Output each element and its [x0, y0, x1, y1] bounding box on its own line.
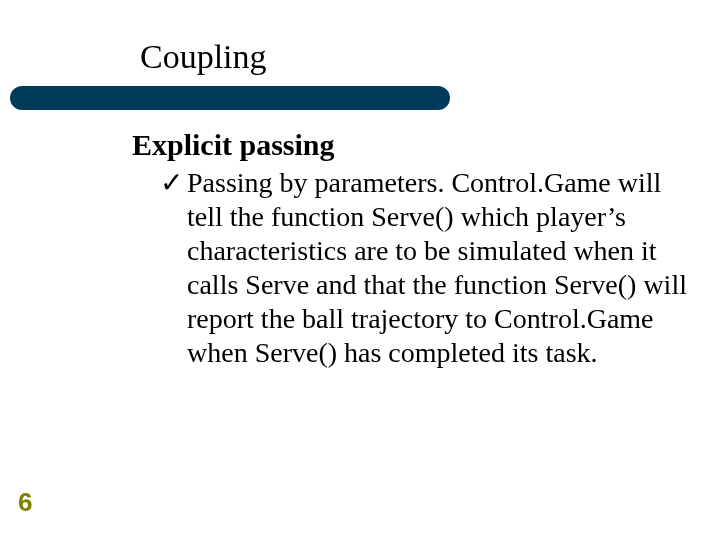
slide-title: Coupling: [140, 38, 267, 76]
bullet-item: ✓ Passing by parameters. Control.Game wi…: [132, 166, 692, 370]
subheading: Explicit passing: [132, 128, 692, 162]
title-divider-bar: [10, 86, 450, 110]
page-number: 6: [18, 487, 32, 518]
checkmark-icon: ✓: [160, 166, 183, 200]
bullet-text: Passing by parameters. Control.Game will…: [187, 166, 692, 370]
content-block: Explicit passing ✓ Passing by parameters…: [132, 128, 692, 370]
